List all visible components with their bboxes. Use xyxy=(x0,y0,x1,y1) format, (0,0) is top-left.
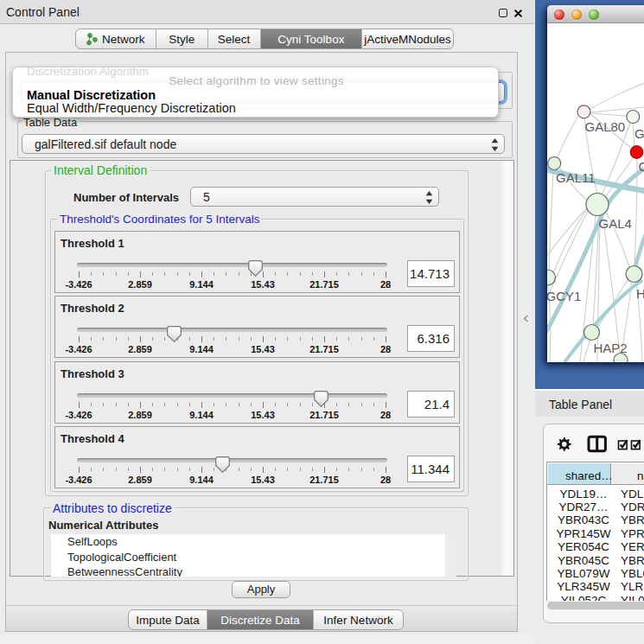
svg-text:HIS4: HIS4 xyxy=(636,286,644,301)
svg-text:CDC: CDC xyxy=(639,159,644,174)
svg-text:HAP2: HAP2 xyxy=(594,341,628,355)
svg-text:GAL2: GAL2 xyxy=(634,126,644,141)
svg-text:GAL11: GAL11 xyxy=(556,170,596,185)
svg-text:GAL80: GAL80 xyxy=(585,119,626,134)
svg-text:GCY1: GCY1 xyxy=(547,289,581,303)
svg-text:GAL4: GAL4 xyxy=(599,216,632,231)
